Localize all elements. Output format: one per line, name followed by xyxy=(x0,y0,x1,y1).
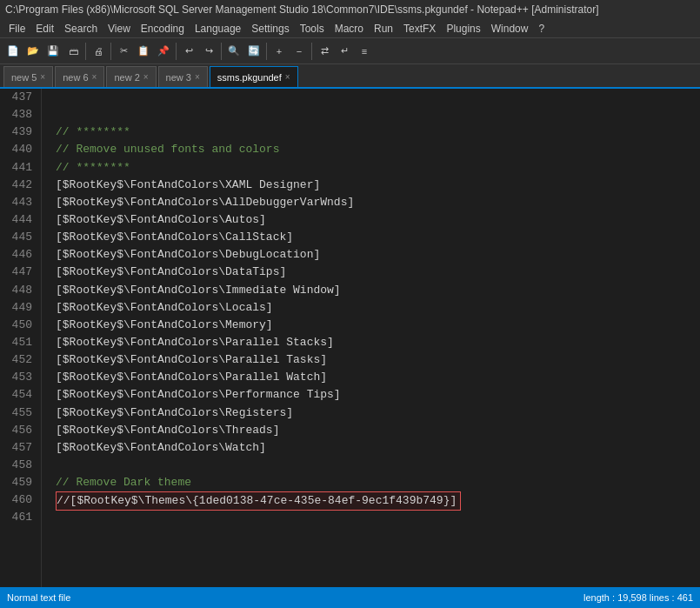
toolbar-undo[interactable]: ↩ xyxy=(179,42,198,61)
toolbar-sep-4 xyxy=(221,43,222,60)
code-row-443: [$RootKey$\FontAndColors\AllDebuggerVarW… xyxy=(56,194,700,211)
status-right: length : 19,598 lines : 461 xyxy=(583,592,693,603)
toolbar-zoomout[interactable]: − xyxy=(290,42,309,61)
code-row-438 xyxy=(56,106,700,124)
menu-item-file[interactable]: File xyxy=(3,21,30,37)
menu-item-view[interactable]: View xyxy=(103,21,136,37)
line-num-449: 449 xyxy=(5,299,32,317)
code-row-459: // Remove Dark theme xyxy=(56,474,700,491)
line-num-450: 450 xyxy=(5,317,32,334)
code-row-454: [$RootKey$\FontAndColors\Performance Tip… xyxy=(56,386,700,404)
code-row-455: [$RootKey$\FontAndColors\Registers] xyxy=(56,404,700,422)
toolbar-sep-6 xyxy=(311,43,312,60)
toolbar-replace[interactable]: 🔄 xyxy=(244,42,263,61)
menu-item-search[interactable]: Search xyxy=(59,21,103,37)
code-row-458 xyxy=(56,457,700,474)
code-row-460: //[$RootKey$\Themes\{1ded0138-47ce-435e-… xyxy=(56,491,700,509)
code-row-445: [$RootKey$\FontAndColors\CallStack] xyxy=(56,229,700,246)
menu-item-?[interactable]: ? xyxy=(533,21,550,37)
line-num-444: 444 xyxy=(5,211,32,229)
code-row-441: // ******** xyxy=(56,159,700,177)
tab-close-ssms.pkgundef[interactable]: × xyxy=(285,72,290,82)
menu-item-language[interactable]: Language xyxy=(190,21,246,37)
tab-close-new-6[interactable]: × xyxy=(92,72,97,82)
line-num-448: 448 xyxy=(5,282,32,299)
line-num-460: 460 xyxy=(5,491,32,509)
code-row-439: // ******** xyxy=(56,124,700,141)
menu-item-edit[interactable]: Edit xyxy=(30,21,59,37)
code-row-449: [$RootKey$\FontAndColors\Locals] xyxy=(56,299,700,317)
toolbar-new[interactable]: 📄 xyxy=(3,42,23,61)
toolbar-sep-1 xyxy=(85,43,86,60)
line-num-441: 441 xyxy=(5,159,32,177)
toolbar-saveall[interactable]: 🗃 xyxy=(63,42,83,61)
line-num-456: 456 xyxy=(5,422,32,439)
toolbar-paste[interactable]: 📌 xyxy=(154,42,173,61)
line-num-442: 442 xyxy=(5,177,32,194)
editor[interactable]: 4374384394404414424434444454464474484494… xyxy=(0,89,700,587)
code-row-447: [$RootKey$\FontAndColors\DataTips] xyxy=(56,264,700,281)
line-num-447: 447 xyxy=(5,264,32,281)
tab-close-new-5[interactable]: × xyxy=(40,72,45,82)
code-row-461 xyxy=(56,509,700,526)
toolbar-open[interactable]: 📂 xyxy=(23,42,43,61)
toolbar-sep-5 xyxy=(266,43,267,60)
toolbar-sep-3 xyxy=(176,43,177,60)
line-num-437: 437 xyxy=(5,89,32,106)
menu-item-window[interactable]: Window xyxy=(486,21,534,37)
code-content[interactable]: // ********// Remove unused fonts and co… xyxy=(42,89,700,587)
toolbar-redo[interactable]: ↪ xyxy=(199,42,218,61)
menu-item-plugins[interactable]: Plugins xyxy=(441,21,485,37)
toolbar-find[interactable]: 🔍 xyxy=(224,42,243,61)
menu-bar: FileEditSearchViewEncodingLanguageSettin… xyxy=(0,19,700,38)
toolbar: 📄 📂 💾 🗃 🖨 ✂ 📋 📌 ↩ ↪ 🔍 🔄 + − ⇄ ↵ ≡ xyxy=(0,38,700,64)
code-row-453: [$RootKey$\FontAndColors\Parallel Watch] xyxy=(56,369,700,386)
tab-close-new-3[interactable]: × xyxy=(195,72,200,82)
code-row-457: [$RootKey$\FontAndColors\Watch] xyxy=(56,439,700,457)
tab-new-3[interactable]: new 3× xyxy=(158,66,208,87)
line-num-461: 461 xyxy=(5,509,32,526)
menu-item-macro[interactable]: Macro xyxy=(330,21,369,37)
line-num-438: 438 xyxy=(5,106,32,124)
line-num-454: 454 xyxy=(5,386,32,404)
code-row-437 xyxy=(56,89,700,106)
menu-item-settings[interactable]: Settings xyxy=(246,21,294,37)
title-text: C:\Program Files (x86)\Microsoft SQL Ser… xyxy=(5,3,599,16)
line-num-455: 455 xyxy=(5,404,32,422)
toolbar-indent[interactable]: ≡ xyxy=(355,42,374,61)
tab-new-5[interactable]: new 5× xyxy=(3,66,53,87)
code-row-440: // Remove unused fonts and colors xyxy=(56,141,700,158)
tab-close-new-2[interactable]: × xyxy=(143,72,149,82)
menu-item-textfx[interactable]: TextFX xyxy=(398,21,441,37)
code-row-451: [$RootKey$\FontAndColors\Parallel Stacks… xyxy=(56,334,700,351)
tab-new-6[interactable]: new 6× xyxy=(55,66,104,87)
code-row-456: [$RootKey$\FontAndColors\Threads] xyxy=(56,422,700,439)
line-num-459: 459 xyxy=(5,474,32,491)
code-row-450: [$RootKey$\FontAndColors\Memory] xyxy=(56,317,700,334)
line-num-446: 446 xyxy=(5,246,32,264)
title-bar: C:\Program Files (x86)\Microsoft SQL Ser… xyxy=(0,0,700,19)
code-row-444: [$RootKey$\FontAndColors\Autos] xyxy=(56,211,700,229)
menu-item-run[interactable]: Run xyxy=(369,21,398,37)
toolbar-wordwrap[interactable]: ↵ xyxy=(335,42,354,61)
toolbar-print[interactable]: 🖨 xyxy=(89,42,108,61)
code-row-446: [$RootKey$\FontAndColors\DebugLocation] xyxy=(56,246,700,264)
menu-item-tools[interactable]: Tools xyxy=(295,21,330,37)
code-row-452: [$RootKey$\FontAndColors\Parallel Tasks] xyxy=(56,351,700,369)
line-num-443: 443 xyxy=(5,194,32,211)
menu-item-encoding[interactable]: Encoding xyxy=(136,21,190,37)
tab-ssms.pkgundef[interactable]: ssms.pkgundef× xyxy=(210,66,298,87)
tab-new-2[interactable]: new 2× xyxy=(106,66,156,87)
toolbar-copy[interactable]: 📋 xyxy=(134,42,153,61)
toolbar-cut[interactable]: ✂ xyxy=(114,42,133,61)
line-num-445: 445 xyxy=(5,229,32,246)
line-numbers: 4374384394404414424434444454464474484494… xyxy=(0,89,42,587)
toolbar-syncscroll[interactable]: ⇄ xyxy=(315,42,334,61)
toolbar-save[interactable]: 💾 xyxy=(43,42,63,61)
line-num-440: 440 xyxy=(5,141,32,158)
toolbar-zoomin[interactable]: + xyxy=(270,42,289,61)
line-num-457: 457 xyxy=(5,439,32,457)
highlighted-line-460: //[$RootKey$\Themes\{1ded0138-47ce-435e-… xyxy=(56,491,461,511)
status-left: Normal text file xyxy=(7,592,70,603)
tab-bar: new 5×new 6×new 2×new 3×ssms.pkgundef× xyxy=(0,64,700,89)
